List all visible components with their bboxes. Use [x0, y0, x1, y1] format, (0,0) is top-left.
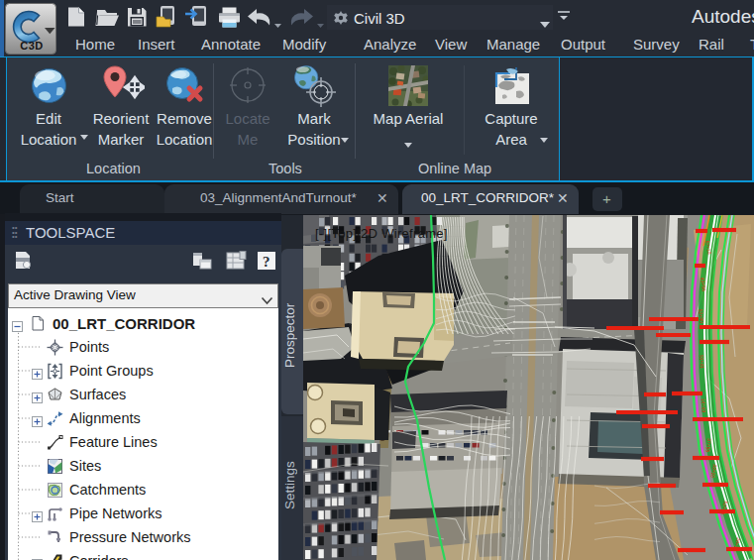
svg-text:C3D: C3D [20, 40, 44, 52]
svg-text:?: ? [263, 254, 270, 270]
svg-text:14+49: 14+49 [700, 398, 706, 412]
svg-text:51+41: 51+41 [699, 355, 705, 370]
